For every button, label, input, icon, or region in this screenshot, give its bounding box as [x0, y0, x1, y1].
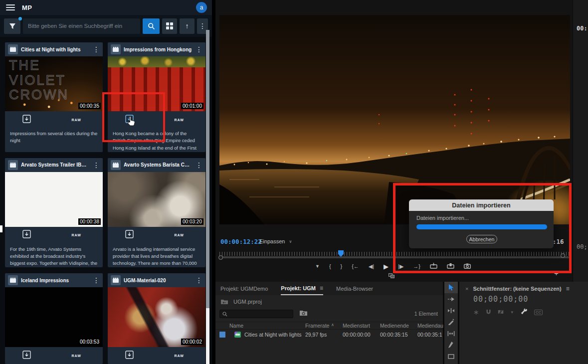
- playhead-timecode[interactable]: 00:00:12:22: [220, 238, 262, 245]
- table-row[interactable]: Cities at Night with lights 29,97 fps 00…: [215, 331, 443, 340]
- card-description: Hong Kong became a colony of the British…: [108, 128, 205, 152]
- timeline-panel-header: × Schnittfenster: (keine Sequenzen) ≡: [465, 285, 570, 292]
- download-button[interactable]: [125, 230, 134, 240]
- goto-out-button[interactable]: →}: [413, 264, 420, 269]
- project-breadcrumb[interactable]: UGM.prproj: [220, 299, 262, 305]
- upload-button[interactable]: ↑: [180, 18, 195, 34]
- card-thumbnail[interactable]: 00:03:53: [5, 287, 103, 347]
- selection-tool[interactable]: [444, 282, 458, 293]
- time-ruler[interactable]: [219, 252, 570, 256]
- col-medienende[interactable]: Medienende: [380, 323, 409, 329]
- media-card[interactable]: Impressions from Hongkong ⋮ 00:01:00 RAW…: [108, 42, 205, 152]
- element-count: 1 Element: [414, 311, 438, 317]
- insert-button[interactable]: [430, 263, 437, 270]
- project-search[interactable]: [219, 310, 293, 318]
- button-editor-plus[interactable]: +: [554, 269, 559, 277]
- media-card[interactable]: Iceland Impressions ⋮ 00:03:53 RAW: [5, 273, 103, 364]
- zoom-handle-left[interactable]: [218, 255, 223, 260]
- raw-badge: RAW: [72, 354, 81, 358]
- dialog-title[interactable]: Dateien importieren: [409, 199, 554, 211]
- col-mediendauer[interactable]: Mediendau: [417, 323, 443, 329]
- download-button[interactable]: [22, 230, 31, 240]
- col-name[interactable]: Name: [229, 323, 243, 329]
- tab-projekt-ugmdemo[interactable]: Projekt: UGMDemo: [220, 283, 268, 294]
- import-dialog: Dateien importieren Dateien importieren.…: [409, 199, 554, 248]
- overwrite-button[interactable]: [447, 263, 454, 270]
- card-thumbnail[interactable]: THE VIOLET CROWN 00:00:35: [5, 56, 103, 111]
- download-button[interactable]: [22, 351, 31, 361]
- nest-icon[interactable]: ∗: [473, 308, 479, 316]
- snap-icon[interactable]: [486, 308, 491, 317]
- download-button[interactable]: [125, 351, 134, 361]
- card-menu-icon[interactable]: ⋮: [196, 46, 202, 53]
- table-header[interactable]: Name Framerate ∧ Medienstart Medienende …: [215, 322, 443, 330]
- cancel-button[interactable]: Abbrechen: [466, 235, 497, 243]
- add-marker-button[interactable]: ▼: [315, 264, 320, 269]
- wrench-icon[interactable]: [521, 308, 528, 317]
- card-thumbnail[interactable]: 00:01:00: [108, 56, 205, 111]
- download-button[interactable]: [22, 115, 31, 125]
- step-forward-button[interactable]: |▶: [398, 264, 403, 269]
- cell-name[interactable]: Cities at Night with lights: [244, 332, 301, 338]
- duration-badge: 00:00:02: [181, 339, 203, 345]
- media-card[interactable]: Arvato Systems Trailer IBC 2018 ⋮ 00:00:…: [5, 158, 103, 268]
- close-icon[interactable]: ×: [465, 286, 468, 292]
- linked-selection-icon[interactable]: [498, 308, 504, 317]
- cell-mediendauer: 00:00:35:1: [417, 332, 442, 338]
- col-framerate[interactable]: Framerate: [305, 323, 329, 329]
- card-menu-icon[interactable]: ⋮: [196, 162, 202, 169]
- bottom-panel-row: Projekt: UGMDemo Projekt: UGM ≡ Media-Br…: [215, 282, 588, 364]
- card-thumbnail[interactable]: 00:03:20: [108, 172, 205, 227]
- zoom-scrollbar[interactable]: [219, 256, 570, 258]
- col-medienstart[interactable]: Medienstart: [343, 323, 370, 329]
- duration-badge: 00:00:38: [78, 218, 101, 225]
- slip-tool[interactable]: [444, 328, 458, 339]
- mark-out-button[interactable]: }: [341, 264, 343, 269]
- new-bin-button[interactable]: [299, 309, 308, 318]
- program-monitor-video[interactable]: [219, 15, 570, 224]
- tab-projekt-ugm[interactable]: Projekt: UGM ≡: [281, 282, 323, 295]
- media-card[interactable]: Avarto Systems Barista Competition ⋮ 00:…: [108, 158, 205, 268]
- card-menu-icon[interactable]: ⋮: [196, 277, 202, 284]
- play-button[interactable]: ▶: [384, 263, 389, 270]
- grid-view-button[interactable]: [162, 18, 177, 34]
- drag-video-icon[interactable]: [389, 273, 395, 279]
- pen-tool[interactable]: [444, 339, 458, 351]
- media-card[interactable]: UGM-Material-020 ⋮ 00:00:02 RAW: [108, 273, 205, 364]
- menu-icon[interactable]: [6, 4, 15, 10]
- card-thumbnail[interactable]: 00:00:38: [5, 172, 103, 227]
- application-window: MP a ↑ ⋮: [0, 0, 588, 364]
- avatar[interactable]: a: [196, 2, 207, 13]
- media-card[interactable]: Cities at Night with lights ⋮ THE VIOLET…: [5, 42, 103, 152]
- zoom-handle-right[interactable]: [561, 253, 565, 258]
- timeline-title: Schnittfenster: (keine Sequenzen): [473, 286, 561, 292]
- search-button[interactable]: [143, 18, 160, 34]
- folder-up-icon: [220, 299, 228, 305]
- card-menu-icon[interactable]: ⋮: [93, 277, 100, 284]
- scrollbar-thumb[interactable]: [206, 308, 209, 364]
- panel-menu-icon[interactable]: ≡: [566, 285, 570, 292]
- project-search-input[interactable]: [230, 311, 285, 317]
- tab-media-browser[interactable]: Media-Browser: [336, 283, 373, 294]
- mark-in-button[interactable]: {: [329, 264, 331, 269]
- panel-menu-icon[interactable]: ≡: [320, 285, 323, 292]
- track-select-forward-tool[interactable]: [444, 293, 458, 305]
- step-back-button[interactable]: ◀|: [369, 264, 374, 269]
- fit-dropdown[interactable]: Einpassen ∨: [259, 238, 292, 244]
- marker-icon[interactable]: ▼: [510, 310, 514, 315]
- filter-button[interactable]: [4, 18, 20, 34]
- ripple-edit-tool[interactable]: [444, 305, 458, 316]
- transport-controls: ▼ { } {← ◀| ▶ |▶ →}: [315, 261, 471, 271]
- type-tool[interactable]: [444, 351, 458, 362]
- card-thumbnail[interactable]: 00:00:02: [108, 287, 205, 347]
- scrollbar[interactable]: [206, 30, 209, 364]
- card-menu-icon[interactable]: ⋮: [93, 46, 100, 53]
- duration-badge: 00:03:53: [78, 339, 101, 345]
- label-color-chip[interactable]: [219, 332, 225, 338]
- export-frame-button[interactable]: [464, 263, 471, 270]
- goto-in-button[interactable]: {←: [352, 264, 359, 269]
- card-menu-icon[interactable]: ⋮: [93, 162, 100, 169]
- captions-icon[interactable]: CC: [534, 310, 543, 315]
- razor-tool[interactable]: [444, 316, 458, 328]
- search-input[interactable]: [23, 18, 140, 34]
